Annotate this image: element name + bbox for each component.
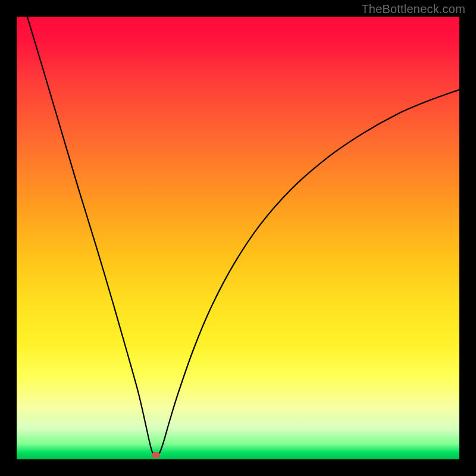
attribution-text: TheBottleneck.com	[361, 2, 465, 16]
bottleneck-curve	[17, 17, 459, 455]
plot-area	[17, 17, 459, 459]
minimum-marker-icon	[152, 452, 160, 458]
curve-layer	[17, 17, 459, 459]
chart-frame: TheBottleneck.com	[0, 0, 476, 476]
